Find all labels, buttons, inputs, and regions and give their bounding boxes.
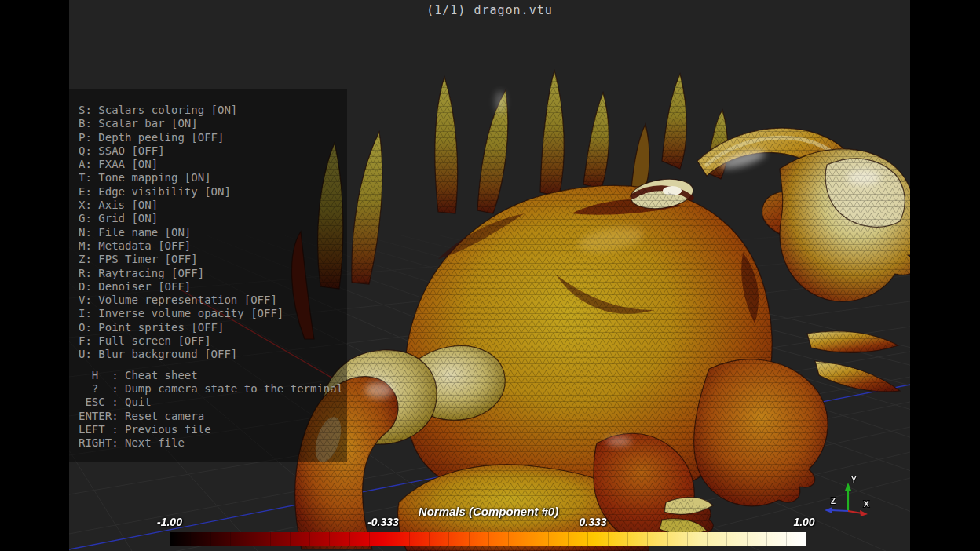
cheatsheet-shortcut: ? : Dump camera state to the terminal: [79, 382, 347, 396]
cheatsheet-shortcut-list: H : Cheat sheet ? : Dump camera state to…: [79, 369, 347, 451]
cheatsheet-toggle: D: Denoiser [OFF]: [79, 280, 347, 294]
cheatsheet-toggle: I: Inverse volume opacity [OFF]: [79, 307, 347, 320]
cheatsheet-toggle: Q: SSAO [OFF]: [79, 144, 347, 158]
cheatsheet-toggle: M: Metadata [OFF]: [79, 239, 347, 253]
cheatsheet-shortcut: H : Cheat sheet: [79, 369, 347, 382]
cheatsheet-toggle-list: S: Scalars coloring [ON] B: Scalar bar […: [79, 104, 347, 362]
axis-x-arrow: X: [848, 500, 869, 516]
cheatsheet-shortcut: ESC : Quit: [79, 396, 347, 409]
cheatsheet-toggle: N: File name [ON]: [79, 226, 347, 239]
file-name-title: (1/1) dragon.vtu: [69, 3, 910, 17]
cheatsheet-toggle: V: Volume representation [OFF]: [79, 294, 347, 307]
cheatsheet-toggle: S: Scalars coloring [ON]: [79, 104, 347, 117]
cheatsheet-toggle: U: Blur background [OFF]: [79, 348, 347, 361]
cheatsheet-toggle: R: Raytracing [OFF]: [79, 267, 347, 280]
render-viewport[interactable]: (1/1) dragon.vtu S: Scalars coloring [ON…: [69, 0, 910, 551]
cheatsheet-toggle: P: Depth peeling [OFF]: [79, 131, 347, 144]
axis-y-label: Y: [851, 476, 857, 484]
cheatsheet-toggle: O: Point sprites [OFF]: [79, 321, 347, 334]
axis-z-label: Z: [831, 497, 836, 505]
cheatsheet-shortcut: LEFT : Previous file: [79, 423, 347, 436]
cheatsheet-panel: S: Scalars coloring [ON] B: Scalar bar […: [69, 89, 347, 462]
orientation-axes-widget[interactable]: Y X Z: [807, 465, 901, 540]
axis-y-arrow: Y: [845, 476, 857, 511]
cheatsheet-toggle: E: Edge visibility [ON]: [79, 185, 347, 199]
cheatsheet-toggle: Z: FPS Timer [OFF]: [79, 253, 347, 266]
axis-x-label: X: [864, 500, 869, 509]
cheatsheet-toggle: G: Grid [ON]: [79, 212, 347, 225]
app-window: (1/1) dragon.vtu S: Scalars coloring [ON…: [0, 0, 980, 551]
cheatsheet-toggle: A: FXAA [ON]: [79, 158, 347, 171]
cheatsheet-toggle: X: Axis [ON]: [79, 199, 347, 212]
cheatsheet-shortcut: ENTER: Reset camera: [79, 410, 347, 423]
cheatsheet-shortcut: RIGHT: Next file: [79, 436, 347, 450]
axis-z-arrow: Z: [825, 497, 848, 513]
cheatsheet-toggle: F: Full screen [OFF]: [79, 334, 347, 348]
cheatsheet-toggle: B: Scalar bar [ON]: [79, 117, 347, 130]
cheatsheet-toggle: T: Tone mapping [ON]: [79, 171, 347, 184]
